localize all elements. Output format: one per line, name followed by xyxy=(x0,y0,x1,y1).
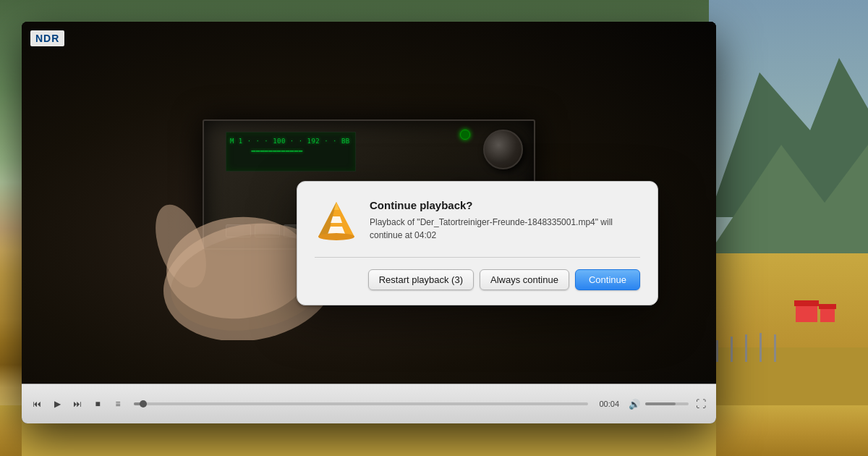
svg-rect-9 xyxy=(716,340,718,362)
vlc-cone-icon xyxy=(315,199,358,242)
svg-rect-13 xyxy=(774,334,776,362)
playlist-icon: ≡ xyxy=(115,399,120,409)
continue-playback-dialog: Continue playback? Playback of "Der_Tato… xyxy=(297,181,658,305)
dialog-content-area: Continue playback? Playback of "Der_Tato… xyxy=(315,199,640,242)
svg-rect-11 xyxy=(745,334,747,362)
volume-bar[interactable] xyxy=(645,402,689,405)
progress-thumb xyxy=(140,400,147,408)
volume-area: 🔊 xyxy=(626,396,689,412)
svg-rect-6 xyxy=(794,300,819,306)
volume-icon: 🔊 xyxy=(629,399,640,410)
restart-playback-button[interactable]: Restart playback (3) xyxy=(368,269,474,290)
svg-rect-14 xyxy=(22,420,716,456)
rewind-icon: ⏮ xyxy=(33,399,41,409)
volume-fill xyxy=(645,402,676,405)
vlc-window: M 1 · · · 100 · · 192 · · BB ━━━━━━━━━━━… xyxy=(22,22,716,423)
dialog-text-area: Continue playback? Playback of "Der_Tato… xyxy=(370,199,640,242)
continue-button[interactable]: Continue xyxy=(575,269,640,290)
vlc-controls-bar: ⏮ ▶ ⏭ ■ ≡ 00:04 🔊 xyxy=(22,384,716,423)
play-icon: ▶ xyxy=(54,399,61,409)
svg-rect-15 xyxy=(0,405,22,456)
ndr-logo: NDR xyxy=(30,30,64,46)
svg-rect-8 xyxy=(819,304,836,309)
radio-knob-right xyxy=(483,130,523,169)
dialog-message: Playback of "Der_Tatortreiniger-Freunde-… xyxy=(370,216,640,242)
dialog-buttons: Restart playback (3) Always continue Con… xyxy=(315,269,640,290)
playlist-button[interactable]: ≡ xyxy=(110,396,126,412)
fast-forward-button[interactable]: ⏭ xyxy=(69,396,85,412)
always-continue-button[interactable]: Always continue xyxy=(480,269,569,290)
play-button[interactable]: ▶ xyxy=(49,396,65,412)
svg-rect-16 xyxy=(716,405,868,456)
progress-bar[interactable] xyxy=(134,402,588,405)
video-area: M 1 · · · 100 · · 192 · · BB ━━━━━━━━━━━… xyxy=(22,22,716,384)
fullscreen-button[interactable]: ⛶ xyxy=(693,396,709,412)
rewind-button[interactable]: ⏮ xyxy=(29,396,45,412)
stop-icon: ■ xyxy=(95,399,100,409)
time-display: 00:04 xyxy=(599,400,619,408)
svg-rect-12 xyxy=(760,333,762,362)
svg-rect-5 xyxy=(796,304,817,322)
radio-indicator xyxy=(460,130,470,140)
stop-button[interactable]: ■ xyxy=(90,396,106,412)
fullscreen-icon: ⛶ xyxy=(696,398,706,410)
dialog-separator xyxy=(315,257,640,258)
svg-point-27 xyxy=(318,233,354,240)
svg-rect-7 xyxy=(820,308,835,322)
dialog-title: Continue playback? xyxy=(370,199,640,211)
volume-button[interactable]: 🔊 xyxy=(626,396,642,412)
svg-rect-10 xyxy=(731,337,733,362)
fast-forward-icon: ⏭ xyxy=(73,399,82,409)
